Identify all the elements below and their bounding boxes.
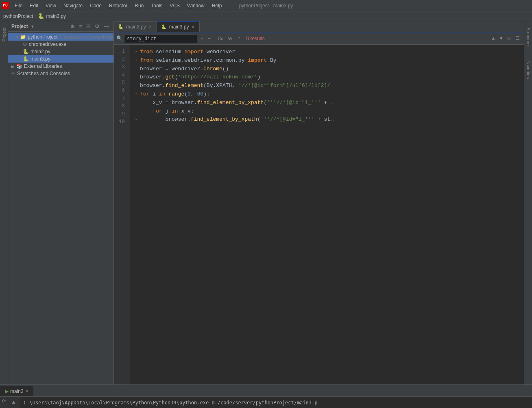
- code-area: 1 2 3 4 5 6 7 8 9 10 ▾ from selenium: [114, 45, 524, 384]
- terminal-line-1: C:\Users\taoj\AppData\Local\Programs\Pyt…: [24, 399, 528, 406]
- run-tab-close[interactable]: ✕: [25, 389, 28, 393]
- menu-bar: PC File Edit View Navigate Code Refactor…: [0, 0, 532, 11]
- tree-item-main3[interactable]: 🐍 main3.py: [8, 55, 113, 63]
- tab-main3[interactable]: 🐍 main3.py ✕: [157, 21, 200, 32]
- run-sidebar-icon[interactable]: ⟳: [2, 398, 6, 404]
- bottom-panel: ▶ main3 ✕ ⟳ ▲ ↺ ■ ↔ ▼ C:\Users\taoj\AppD…: [0, 384, 532, 408]
- tree-external-libs: External Libraries: [24, 63, 62, 69]
- code-line-8: for j in x_v :: [135, 107, 524, 116]
- tree-file-main2: main2.py: [31, 49, 50, 54]
- main-layout: Project Project ▾ ⊕ ≡ ⊟ ⚙ — ▾ 📁 pythonPr…: [0, 21, 532, 384]
- search-menu-btn[interactable]: ☰: [514, 35, 521, 42]
- bottom-content: ⟳ ▲ ↺ ■ ↔ ▼ C:\Users\taoj\AppData\Local\…: [0, 397, 532, 408]
- fold-4: [135, 75, 139, 80]
- terminal-output[interactable]: C:\Users\taoj\AppData\Local\Programs\Pyt…: [20, 397, 532, 408]
- line-num-3: 3: [114, 63, 127, 71]
- code-line-7: x_v = browser . find_element_by_xpath ( …: [135, 99, 524, 107]
- bottom-tab-bar: ▶ main3 ✕: [0, 385, 532, 397]
- line-num-9: 9: [114, 111, 127, 118]
- code-line-10: [135, 124, 524, 132]
- tree-item-chromedriver[interactable]: ⚙ chromedriver.exe: [8, 41, 113, 48]
- right-edge-strip: Structure Favorites: [524, 21, 532, 384]
- fold-9[interactable]: ▾: [135, 117, 139, 123]
- fold-2[interactable]: ▾: [135, 58, 139, 63]
- fold-1[interactable]: ▾: [135, 49, 139, 55]
- breadcrumb-sep: ›: [35, 13, 36, 19]
- code-line-2: ▾ from selenium.webdriver.common.by impo…: [135, 56, 524, 65]
- menu-help[interactable]: Help: [209, 2, 225, 9]
- line-num-2: 2: [114, 56, 127, 63]
- fold-8: [135, 109, 139, 114]
- tree-item-scratches[interactable]: ✏ Scratches and Consoles: [8, 70, 113, 77]
- menu-refactor[interactable]: Refactor: [106, 2, 131, 9]
- line-num-4: 4: [114, 72, 127, 79]
- fold-6[interactable]: ▾: [135, 91, 139, 97]
- search-input[interactable]: [124, 34, 197, 43]
- tab-main3-label: main3.py: [169, 24, 189, 30]
- run-controls: ▲ ↺ ■ ↔ ▼: [8, 397, 20, 408]
- menu-vcs[interactable]: VCS: [166, 2, 183, 9]
- project-side-tab[interactable]: Project: [2, 24, 7, 45]
- search-options: Cc W .*: [216, 35, 242, 42]
- search-word-btn[interactable]: W: [226, 35, 234, 42]
- code-line-3: browser = webdriver . Chrome (): [135, 65, 524, 74]
- code-line-5: browser . find_element ( By . XPATH , '/…: [135, 82, 524, 90]
- line-numbers: 1 2 3 4 5 6 7 8 9 10: [114, 45, 130, 384]
- scroll-up-btn[interactable]: ▲: [11, 398, 16, 406]
- search-regex-btn[interactable]: .*: [235, 35, 242, 42]
- menu-tools[interactable]: Tools: [148, 2, 166, 9]
- search-bar: 🔍 ✕ ↩ Cc W .* 0 results ▲ ▼ ⊡ ☰: [114, 33, 524, 45]
- menu-run[interactable]: Run: [131, 2, 147, 9]
- search-up-btn[interactable]: ▲: [490, 35, 496, 42]
- fold-5: [135, 83, 139, 89]
- project-flatten-btn[interactable]: ≡: [78, 23, 83, 30]
- line-num-6: 6: [114, 87, 127, 95]
- search-glass-icon: 🔍: [116, 35, 122, 41]
- breadcrumb-file[interactable]: main3.py: [46, 13, 66, 19]
- menu-view[interactable]: View: [42, 2, 59, 9]
- project-settings-btn[interactable]: ⚙: [94, 23, 101, 30]
- window-title: pythonProject - main3.py: [239, 3, 293, 9]
- project-panel: Project ▾ ⊕ ≡ ⊟ ⚙ — ▾ 📁 pythonProject D:…: [8, 21, 114, 384]
- menu-window[interactable]: Window: [184, 2, 208, 9]
- code-content[interactable]: ▾ from selenium import webdriver ▾ from …: [130, 45, 524, 384]
- project-panel-title: Project: [11, 24, 28, 29]
- code-line-1: ▾ from selenium import webdriver: [135, 48, 524, 56]
- breadcrumb-project[interactable]: pythonProject: [3, 13, 33, 19]
- search-down-btn[interactable]: ▼: [498, 35, 504, 42]
- tree-project-path: D:\code\server\pythonProject: [59, 35, 113, 39]
- search-results-count: 0 results: [246, 36, 264, 41]
- menu-navigate[interactable]: Navigate: [60, 2, 86, 9]
- project-scroll-btn[interactable]: ⊟: [85, 23, 92, 30]
- run-sidebar: ⟳: [0, 397, 8, 408]
- structure-side-tab[interactable]: Structure: [526, 24, 531, 49]
- search-prev-occurrence-btn[interactable]: ↩: [207, 35, 213, 42]
- line-num-7: 7: [114, 95, 127, 102]
- tab-main2[interactable]: 🐍 main2.py ✕: [114, 21, 157, 32]
- tree-item-main2[interactable]: 🐍 main2.py: [8, 48, 113, 55]
- app-logo: PC: [2, 2, 9, 9]
- menu-code[interactable]: Code: [87, 2, 105, 9]
- tree-item-external-libs[interactable]: ▶ 📚 External Libraries: [8, 63, 113, 70]
- line-num-10: 10: [114, 118, 127, 126]
- search-clear-btn[interactable]: ✕: [199, 35, 205, 42]
- project-hide-btn[interactable]: —: [102, 23, 110, 30]
- run-play-icon: ▶: [5, 388, 9, 394]
- project-scope-btn[interactable]: ⊕: [69, 23, 76, 30]
- bottom-tab-run-label: main3: [10, 388, 24, 394]
- menu-file[interactable]: File: [11, 2, 26, 9]
- project-tree: ▾ 📁 pythonProject D:\code\server\pythonP…: [8, 32, 113, 384]
- search-expand-btn[interactable]: ⊡: [506, 35, 512, 42]
- line-num-5: 5: [114, 79, 127, 87]
- tab-main3-close[interactable]: ✕: [191, 25, 194, 29]
- code-line-9: ▾ browser . find_element_by_xpath ( '''/…: [135, 115, 524, 124]
- breadcrumb-file-icon: 🐍: [38, 13, 44, 19]
- code-line-4: browser . get ( 'https://dazi.kukuw.com/…: [135, 73, 524, 82]
- tree-item-pythonproject[interactable]: ▾ 📁 pythonProject D:\code\server\pythonP…: [8, 33, 113, 41]
- search-case-btn[interactable]: Cc: [216, 35, 225, 42]
- bottom-tab-run[interactable]: ▶ main3 ✕: [0, 386, 33, 396]
- favorites-side-tab[interactable]: Favorites: [526, 57, 531, 82]
- tab-main2-close[interactable]: ✕: [148, 24, 152, 29]
- line-num-1: 1: [114, 48, 127, 56]
- menu-edit[interactable]: Edit: [26, 2, 41, 9]
